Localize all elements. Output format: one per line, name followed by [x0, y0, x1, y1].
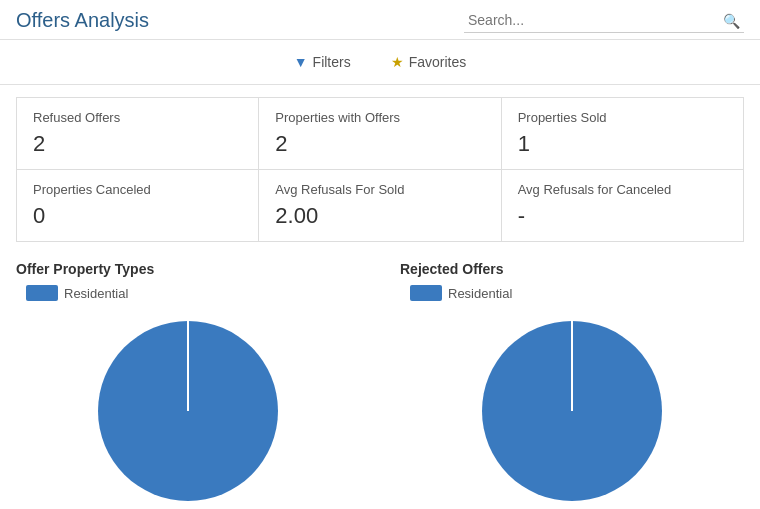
- pie-wrapper-left: [16, 307, 360, 509]
- stat-label-avg-canceled: Avg Refusals for Canceled: [518, 182, 727, 197]
- page-title: Offers Analysis: [16, 9, 149, 32]
- chart-rejected-offers: Rejected Offers Residential: [400, 261, 744, 509]
- stat-value-avg-canceled: -: [518, 203, 727, 229]
- stat-label-sold: Properties Sold: [518, 110, 727, 125]
- header-right: 🔍: [464, 8, 744, 33]
- filters-label: Filters: [313, 54, 351, 70]
- favorites-button[interactable]: ★ Favorites: [383, 50, 475, 74]
- stat-properties-with-offers: Properties with Offers 2: [259, 98, 501, 169]
- stat-avg-refusals-sold: Avg Refusals For Sold 2.00: [259, 170, 501, 241]
- stats-container: Refused Offers 2 Properties with Offers …: [0, 85, 760, 253]
- search-container: 🔍: [464, 8, 744, 33]
- pie-wrapper-right: [400, 307, 744, 509]
- stat-properties-canceled: Properties Canceled 0: [17, 170, 259, 241]
- stats-row-1: Refused Offers 2 Properties with Offers …: [16, 97, 744, 170]
- stat-label-avg-sold: Avg Refusals For Sold: [275, 182, 484, 197]
- stat-properties-sold: Properties Sold 1: [502, 98, 743, 169]
- legend-color-right: [410, 285, 442, 301]
- favorites-label: Favorites: [409, 54, 467, 70]
- search-input[interactable]: [464, 8, 744, 33]
- toolbar: ▼ Filters ★ Favorites: [0, 40, 760, 85]
- chart-left-legend: Residential: [26, 285, 360, 301]
- stats-row-2: Properties Canceled 0 Avg Refusals For S…: [16, 169, 744, 242]
- stat-label-refused: Refused Offers: [33, 110, 242, 125]
- charts-section: Offer Property Types Residential Rejecte…: [0, 253, 760, 509]
- stat-value-sold: 1: [518, 131, 727, 157]
- chart-right-legend: Residential: [410, 285, 744, 301]
- pie-chart-left: [88, 311, 288, 509]
- filter-icon: ▼: [294, 54, 308, 70]
- stat-value-canceled: 0: [33, 203, 242, 229]
- search-icon: 🔍: [723, 13, 740, 29]
- legend-label-right: Residential: [448, 286, 512, 301]
- stat-value-refused: 2: [33, 131, 242, 157]
- star-icon: ★: [391, 54, 404, 70]
- stat-label-properties-offers: Properties with Offers: [275, 110, 484, 125]
- stat-label-canceled: Properties Canceled: [33, 182, 242, 197]
- stat-value-properties-offers: 2: [275, 131, 484, 157]
- legend-color-left: [26, 285, 58, 301]
- chart-left-title: Offer Property Types: [16, 261, 360, 277]
- filters-button[interactable]: ▼ Filters: [286, 50, 359, 74]
- stat-refused-offers: Refused Offers 2: [17, 98, 259, 169]
- stat-value-avg-sold: 2.00: [275, 203, 484, 229]
- pie-chart-right: [472, 311, 672, 509]
- chart-offer-property-types: Offer Property Types Residential: [16, 261, 360, 509]
- chart-right-title: Rejected Offers: [400, 261, 744, 277]
- header: Offers Analysis 🔍: [0, 0, 760, 40]
- stat-avg-refusals-canceled: Avg Refusals for Canceled -: [502, 170, 743, 241]
- legend-label-left: Residential: [64, 286, 128, 301]
